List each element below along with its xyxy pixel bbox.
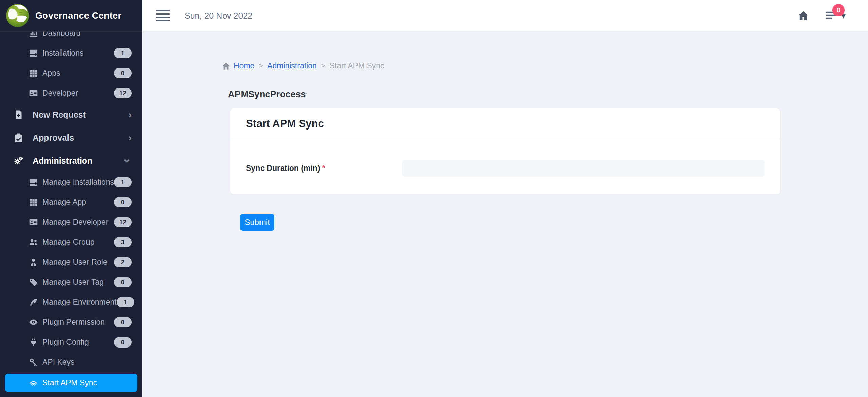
cogs-icon — [13, 156, 24, 166]
main-content: Home>Administration>Start APM Sync APMSy… — [142, 32, 868, 397]
sidebar-item-label: Plugin Config — [42, 338, 114, 347]
submit-button[interactable]: Submit — [240, 214, 274, 231]
server-icon — [29, 178, 38, 187]
sidebar-item-manage-developer[interactable]: Manage Developer12 — [0, 212, 142, 232]
sidebar-menu: DashboardInstallations1Apps0Developer12N… — [0, 23, 142, 392]
sidebar-item-label: Manage Developer — [42, 218, 114, 227]
count-badge: 2 — [114, 257, 132, 267]
user-tie-icon — [29, 258, 38, 267]
count-badge: 12 — [114, 217, 132, 227]
count-badge: 1 — [117, 297, 134, 307]
sidebar-item-approvals[interactable]: Approvals› — [0, 126, 142, 149]
sidebar-item-manage-user-tag[interactable]: Manage User Tag0 — [0, 272, 142, 292]
sidebar-item-label: Manage App — [42, 198, 114, 207]
sidebar-item-apps[interactable]: Apps0 — [0, 63, 142, 83]
id-card-icon — [29, 218, 38, 227]
sidebar-item-label: Plugin Permission — [42, 318, 114, 327]
brand-title: Governance Center — [35, 11, 121, 21]
sidebar-item-developer[interactable]: Developer12 — [0, 83, 142, 103]
pen-nib-icon — [29, 298, 38, 307]
sidebar-item-label: Approvals — [33, 133, 128, 143]
users-icon — [29, 238, 38, 247]
sidebar-item-new-request[interactable]: New Request› — [0, 103, 142, 126]
breadcrumb-link-administration[interactable]: Administration — [267, 61, 317, 71]
sidebar-item-label: Manage Group — [42, 238, 114, 247]
topbar-date: Sun, 20 Nov 2022 — [185, 11, 252, 21]
sidebar-item-manage-group[interactable]: Manage Group3 — [0, 232, 142, 252]
sidebar-item-manage-user-role[interactable]: Manage User Role2 — [0, 252, 142, 272]
sidebar-item-label: Manage Environment — [42, 298, 117, 307]
home-icon[interactable] — [797, 9, 809, 22]
form-card: Start APM Sync Sync Duration (min)* — [230, 108, 780, 194]
breadcrumb: Home>Administration>Start APM Sync — [221, 61, 384, 71]
sidebar-item-start-apm-sync[interactable]: Start APM Sync — [5, 374, 137, 392]
clipboard-check-icon — [13, 133, 24, 143]
sidebar-item-label: Start APM Sync — [42, 378, 127, 388]
sidebar-item-manage-installations[interactable]: Manage Installations1 — [0, 172, 142, 192]
key-icon — [29, 358, 38, 367]
sidebar-item-label: Administration — [33, 156, 122, 166]
governance-center-logo-icon — [5, 3, 30, 28]
count-badge: 0 — [114, 277, 132, 287]
sidebar-item-manage-app[interactable]: Manage App0 — [0, 192, 142, 212]
card-body: Sync Duration (min)* — [230, 139, 780, 177]
breadcrumb-current-start-apm-sync: Start APM Sync — [329, 61, 384, 71]
waves-icon — [29, 378, 38, 388]
sidebar-item-label: Manage Installations — [42, 178, 114, 187]
page-title: APMSyncProcess — [228, 89, 306, 100]
sidebar-item-plugin-config[interactable]: Plugin Config0 — [0, 332, 142, 352]
id-card-icon — [29, 88, 38, 98]
sidebar-item-label: API Keys — [42, 358, 132, 367]
card-title: Start APM Sync — [246, 118, 324, 130]
brand-header: Governance Center — [0, 0, 142, 32]
hamburger-menu-icon[interactable] — [155, 8, 170, 23]
count-badge: 12 — [114, 88, 132, 98]
count-badge: 1 — [114, 177, 132, 187]
tag-icon — [29, 278, 38, 287]
sidebar-item-label: Manage User Tag — [42, 278, 114, 287]
breadcrumb-link-home[interactable]: Home — [234, 61, 254, 71]
breadcrumb-separator: > — [259, 62, 263, 70]
server-icon — [29, 48, 38, 58]
sidebar-item-label: Apps — [42, 68, 114, 78]
count-badge: 0 — [114, 197, 132, 207]
sidebar-item-label: New Request — [33, 110, 128, 120]
sidebar-item-label: Manage User Role — [42, 258, 114, 267]
count-badge: 1 — [114, 48, 132, 58]
sidebar-item-label: Developer — [42, 88, 114, 98]
notifications-button[interactable]: 0 ▾ — [824, 9, 846, 22]
sidebar-item-manage-environment[interactable]: Manage Environment1 — [0, 292, 142, 312]
eye-icon — [29, 318, 38, 327]
sync-duration-label: Sync Duration (min)* — [246, 164, 402, 173]
required-asterisk: * — [322, 164, 325, 173]
home-icon — [221, 62, 230, 71]
count-badge: 0 — [114, 337, 132, 348]
sync-duration-row: Sync Duration (min)* — [246, 160, 765, 177]
plug-icon — [29, 338, 38, 347]
topbar: Sun, 20 Nov 2022 0 ▾ — [142, 0, 868, 32]
grid-icon — [29, 198, 38, 207]
chevron-down-icon: ⌄ — [122, 153, 132, 164]
grid-icon — [29, 68, 38, 78]
sidebar-item-administration[interactable]: Administration⌄ — [0, 149, 142, 172]
sidebar-item-api-keys[interactable]: API Keys — [0, 352, 142, 372]
breadcrumb-separator: > — [321, 62, 325, 70]
notification-badge: 0 — [832, 4, 845, 16]
sidebar-item-plugin-permission[interactable]: Plugin Permission0 — [0, 312, 142, 332]
count-badge: 0 — [114, 68, 132, 78]
sidebar-item-label: Installations — [42, 48, 114, 58]
sync-duration-input[interactable] — [402, 160, 765, 177]
file-plus-icon — [13, 110, 24, 120]
sidebar-item-installations[interactable]: Installations1 — [0, 43, 142, 63]
topbar-actions: 0 ▾ — [797, 9, 846, 22]
card-header: Start APM Sync — [230, 108, 780, 139]
chevron-right-icon: › — [128, 133, 132, 143]
sidebar: Governance Center DashboardInstallations… — [0, 0, 142, 397]
count-badge: 0 — [114, 317, 132, 327]
count-badge: 3 — [114, 237, 132, 247]
chevron-right-icon: › — [128, 110, 132, 120]
